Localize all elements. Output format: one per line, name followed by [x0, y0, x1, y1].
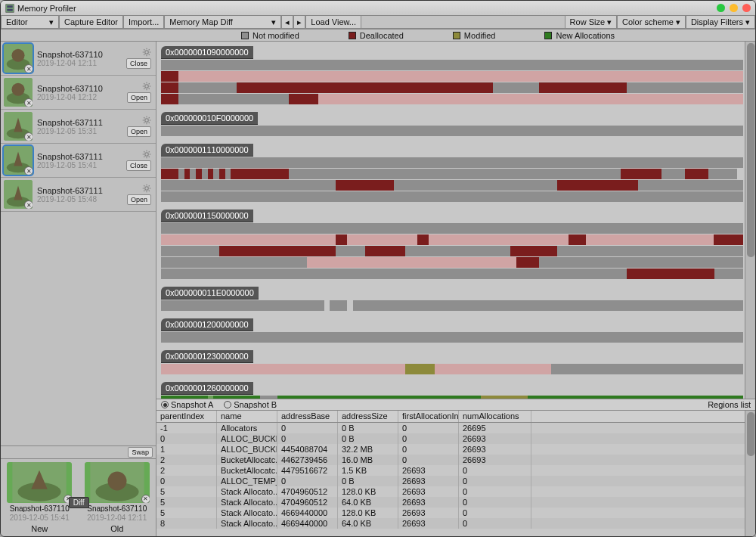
allocation-row[interactable]	[161, 223, 743, 234]
next-button[interactable]: ▸	[293, 16, 305, 29]
allocation-segment[interactable]	[208, 396, 214, 399]
table-row[interactable]: 5Stack Allocato..4704960512128.0 KB26693…	[156, 486, 755, 497]
memmap-scrollbar[interactable]	[745, 42, 755, 399]
snapshot-action-button[interactable]: Open	[127, 92, 151, 103]
remove-snapshot-icon[interactable]: ✕	[24, 98, 33, 107]
allocation-segment[interactable]	[435, 364, 551, 374]
table-scrollbar[interactable]	[745, 411, 755, 536]
memory-region[interactable]: 0x0000001110000000	[161, 144, 743, 202]
titlebar[interactable]: Memory Profiler	[1, 1, 755, 16]
allocation-segment[interactable]	[417, 234, 429, 245]
allocation-segment[interactable]	[196, 169, 202, 179]
loadview-button[interactable]: Load View...	[305, 16, 361, 29]
allocation-segment[interactable]	[178, 94, 284, 104]
colorscheme-dropdown[interactable]: Color scheme ▾	[617, 16, 686, 29]
rowsize-dropdown[interactable]: Row Size ▾	[565, 16, 617, 29]
gear-icon[interactable]	[142, 150, 151, 159]
snapshot-item[interactable]: ✕ Snapshot-6371102019-12-04 12:12 Open	[1, 76, 156, 110]
table-row[interactable]: 5Stack Allocato..470496051264.0 KB266930	[156, 497, 755, 508]
allocation-segment[interactable]	[714, 268, 744, 279]
allocation-segment[interactable]	[284, 94, 290, 104]
allocation-row[interactable]	[161, 71, 743, 82]
table-row[interactable]: -1Allocators00 B026695	[156, 423, 755, 433]
column-header[interactable]: addressSize	[338, 411, 398, 422]
allocation-row[interactable]	[161, 60, 743, 70]
allocation-segment[interactable]	[347, 300, 353, 311]
allocation-segment[interactable]	[336, 180, 394, 191]
table-row[interactable]: 0ALLOC_TEMP_..00 B266930	[156, 476, 755, 486]
remove-icon[interactable]: ✕	[141, 495, 150, 503]
viewmode-dropdown[interactable]: Memory Map Diff▾	[164, 16, 281, 29]
allocation-segment[interactable]	[621, 169, 662, 179]
column-header[interactable]: numAllocations	[459, 411, 531, 422]
allocation-segment[interactable]	[225, 169, 231, 179]
diff-button[interactable]: Diff	[69, 497, 89, 508]
allocation-segment[interactable]	[161, 157, 743, 168]
allocation-segment[interactable]	[231, 169, 289, 179]
remove-snapshot-icon[interactable]: ✕	[24, 166, 33, 175]
allocation-row[interactable]	[161, 157, 743, 168]
allocation-segment[interactable]	[493, 82, 540, 93]
remove-snapshot-icon[interactable]: ✕	[24, 64, 33, 73]
allocation-row[interactable]	[161, 396, 743, 399]
snapshot-item[interactable]: ✕ Snapshot-6371102019-12-04 12:11 Close	[1, 42, 156, 76]
allocation-segment[interactable]	[260, 396, 277, 399]
allocation-segment[interactable]	[213, 169, 219, 179]
allocation-segment[interactable]	[528, 396, 743, 399]
allocation-row[interactable]	[161, 257, 743, 268]
maximize-icon[interactable]	[717, 4, 725, 12]
table-row[interactable]: 0ALLOC_BUCKET00 B026693	[156, 433, 755, 444]
memory-region[interactable]: 0x0000001090000000	[161, 46, 743, 104]
allocation-row[interactable]	[161, 169, 743, 179]
gear-icon[interactable]	[142, 116, 151, 125]
allocation-segment[interactable]	[539, 82, 627, 93]
allocation-row[interactable]	[161, 82, 743, 93]
memory-region[interactable]: 0x0000001230000000	[161, 350, 743, 374]
allocation-segment[interactable]	[708, 169, 738, 179]
allocation-row[interactable]	[161, 332, 743, 343]
allocation-segment[interactable]	[161, 223, 743, 234]
allocation-row[interactable]	[161, 94, 743, 104]
allocation-segment[interactable]	[324, 300, 330, 311]
allocation-segment[interactable]	[551, 364, 743, 374]
allocation-segment[interactable]	[394, 180, 557, 191]
column-header[interactable]: addressBase	[277, 411, 338, 422]
allocation-segment[interactable]	[161, 300, 324, 311]
allocation-row[interactable]	[161, 246, 743, 256]
allocation-segment[interactable]	[330, 300, 347, 311]
table-row[interactable]: 1ALLOC_BUCKE..445408870432.2 MB026693	[156, 444, 755, 455]
remove-snapshot-icon[interactable]: ✕	[24, 200, 33, 209]
radio-snapshot-a[interactable]: Snapshot A	[161, 400, 213, 409]
allocation-row[interactable]	[161, 191, 743, 202]
allocation-segment[interactable]	[685, 169, 708, 179]
allocation-segment[interactable]	[161, 268, 627, 279]
allocation-segment[interactable]	[208, 169, 214, 179]
allocation-segment[interactable]	[219, 246, 336, 256]
allocation-segment[interactable]	[638, 180, 743, 191]
table-header[interactable]: parentIndexnameaddressBaseaddressSizefir…	[156, 411, 755, 423]
radio-snapshot-b[interactable]: Snapshot B	[224, 400, 277, 409]
allocation-segment[interactable]	[161, 396, 208, 399]
memory-region[interactable]: 0x0000001150000000	[161, 210, 743, 279]
allocation-row[interactable]	[161, 180, 743, 191]
allocation-row[interactable]	[161, 126, 743, 136]
allocation-segment[interactable]	[237, 82, 493, 93]
allocation-segment[interactable]	[318, 94, 743, 104]
snapshot-action-button[interactable]: Open	[127, 126, 151, 137]
displayfilters-dropdown[interactable]: Display Filters ▾	[686, 16, 755, 29]
table-row[interactable]: 2BucketAllocatc..44795166721.5 KB266930	[156, 465, 755, 476]
allocation-segment[interactable]	[161, 246, 219, 256]
regions-list-label[interactable]: Regions list	[708, 400, 751, 409]
snapshot-action-button[interactable]: Open	[127, 194, 151, 205]
allocation-segment[interactable]	[202, 169, 208, 179]
allocation-segment[interactable]	[213, 396, 260, 399]
snapshot-action-button[interactable]: Close	[126, 160, 151, 171]
snapshot-action-button[interactable]: Close	[126, 58, 151, 69]
allocation-segment[interactable]	[586, 234, 714, 245]
remove-snapshot-icon[interactable]: ✕	[24, 132, 33, 141]
allocation-segment[interactable]	[161, 180, 336, 191]
compare-slot-new[interactable]: ✕ Snapshot-637110 2019-12-05 15:41 New D…	[1, 459, 79, 536]
gear-icon[interactable]	[142, 184, 151, 193]
memory-region[interactable]: 0x0000001200000000	[161, 318, 743, 343]
table-body[interactable]: -1Allocators00 B0266950ALLOC_BUCKET00 B0…	[156, 423, 755, 536]
